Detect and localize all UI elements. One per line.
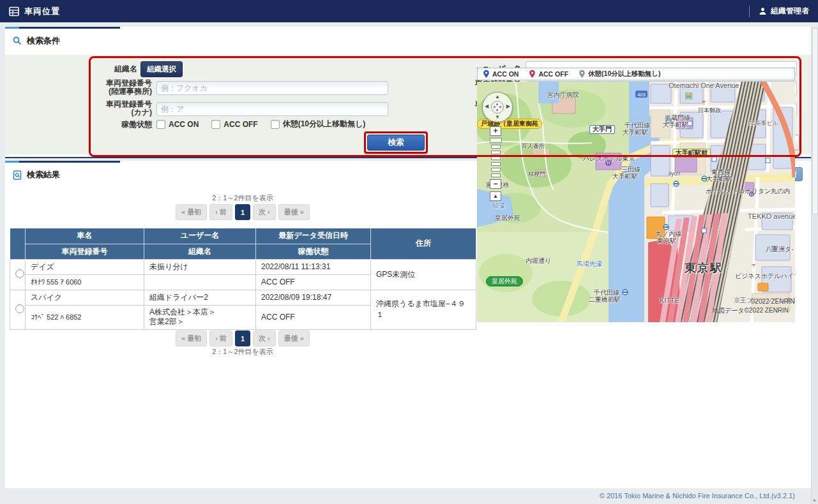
map-zoom-control[interactable]: + − ▲ xyxy=(487,126,504,201)
checkbox-acc-on[interactable]: ACC ON xyxy=(156,120,199,129)
checkbox-rest[interactable]: 休憩(10分以上移動無し) xyxy=(271,119,366,130)
cell-received: 2022/08/11 11:13:31 xyxy=(256,259,371,274)
vehicle-location-page: 車両位置 組織管理者 検索条件 組織名 組織選択 車両登録番号 (陸運事務所) … xyxy=(0,0,818,504)
checkbox-acc-off[interactable]: ACC OFF xyxy=(211,120,257,129)
zoom-out-button[interactable]: − xyxy=(490,179,501,189)
svg-text:〒: 〒 xyxy=(752,263,757,269)
vertical-scrollbar[interactable]: ▼ xyxy=(811,27,818,504)
map-label: Otemachi One Avenue xyxy=(669,82,739,89)
map-legend: ACC ON ACC OFF 休憩(10分以上移動無し) xyxy=(477,68,795,80)
map-pan-control[interactable]: ▲ ▼ ◀ ▶ xyxy=(482,92,513,122)
map-label: 大手町駅 xyxy=(663,122,688,128)
cell-vehicle: スパイク xyxy=(26,290,144,305)
zoom-tick[interactable] xyxy=(491,145,501,149)
map-label: 皇居外苑 xyxy=(495,215,520,221)
map-label: 二重橋前駅 xyxy=(589,297,621,303)
rest-label: 休憩(10分以上移動無し) xyxy=(283,119,366,130)
page-last-button[interactable]: 最後 » xyxy=(278,330,310,346)
legend-acc-off-label: ACC OFF xyxy=(538,70,568,78)
top-header-bar: 車両位置 組織管理者 xyxy=(0,0,818,22)
org-select-button[interactable]: 組織選択 xyxy=(140,61,183,77)
user-menu[interactable]: 組織管理者 xyxy=(749,6,809,17)
pan-up-arrow[interactable]: ▲ xyxy=(495,94,500,100)
search-button[interactable]: 検索 xyxy=(367,135,425,151)
zoom-tick[interactable] xyxy=(491,174,501,177)
rest-checkbox[interactable] xyxy=(271,120,280,129)
zoom-tick[interactable] xyxy=(491,151,501,154)
pan-right-arrow[interactable]: ▶ xyxy=(506,104,510,109)
map-label: 東京駅 xyxy=(685,262,723,274)
page-1-button[interactable]: 1 xyxy=(235,330,250,346)
reg-office-input[interactable] xyxy=(156,81,388,95)
col-address: 住所 xyxy=(371,228,476,259)
scrollbar-thumb[interactable] xyxy=(812,28,818,214)
map-label: 大手門 xyxy=(589,125,615,134)
vehicle-radio-1[interactable] xyxy=(15,269,24,278)
map-label: iiyo!! xyxy=(669,171,681,177)
acc-off-checkbox[interactable] xyxy=(211,120,220,129)
reg-kana-label: 車両登録番号 (カナ) xyxy=(69,100,152,117)
org-name-label: 組織名 xyxy=(69,65,137,73)
page-title: 車両位置 xyxy=(24,6,60,17)
pagination-top: « 最初 ‹ 前 1 次 › 最後 » xyxy=(10,204,476,220)
pan-center[interactable] xyxy=(491,101,504,114)
map-label: 内堀通り xyxy=(526,258,551,264)
zoom-slider-handle[interactable] xyxy=(490,138,502,143)
pan-down-arrow[interactable]: ▼ xyxy=(495,115,500,120)
map-label: ©2022 ZENRIN xyxy=(750,299,795,305)
map-label: 八重洲タ- xyxy=(766,246,794,253)
copyright-text: © 2016 Tokio Marine & Nichido Fire Insur… xyxy=(600,492,795,500)
reg-kana-input[interactable] xyxy=(156,102,388,116)
page-1-button[interactable]: 1 xyxy=(235,204,250,220)
map-label: FE商事ビル xyxy=(748,121,778,126)
page-first-button[interactable]: « 最初 xyxy=(176,330,207,346)
map-label: 大手町駅 xyxy=(623,130,648,136)
map-label: 皇居外苑 xyxy=(486,276,523,286)
user-icon xyxy=(759,7,767,15)
legend-rest-label: 休憩(10分以上移動無し) xyxy=(588,70,660,78)
search-results-title: 検索結果 xyxy=(13,169,60,181)
pan-left-arrow[interactable]: ◀ xyxy=(485,104,489,109)
search-results-label: 検索結果 xyxy=(27,169,60,181)
vehicle-radio-2[interactable] xyxy=(15,304,24,313)
map-canvas[interactable]: 403 〒 〒 H H xyxy=(477,82,795,322)
zoom-tick[interactable] xyxy=(491,168,501,172)
vehicle-list-icon xyxy=(9,6,19,17)
acc-on-checkbox[interactable] xyxy=(156,120,165,129)
cell-org xyxy=(144,274,256,290)
map-label: KITTE xyxy=(660,297,679,304)
map-label: パレスホテル東京 xyxy=(583,156,635,162)
legend-acc-on-label: ACC ON xyxy=(492,70,519,78)
map-label: ビジネスホテルハイマ xyxy=(735,273,795,279)
result-count-top: 2：1～2件目を表示 xyxy=(10,193,476,203)
page-prev-button[interactable]: ‹ 前 xyxy=(209,330,232,346)
pagination-bottom: « 最初 ‹ 前 1 次 › 最後 » xyxy=(10,330,476,346)
zoom-in-button[interactable]: + xyxy=(490,126,501,136)
col-received: 最新データ受信日時 xyxy=(256,228,371,244)
cell-reg: ｵｷﾅﾜ 555 ｱ 6060 xyxy=(26,274,144,290)
cell-status: ACC OFF xyxy=(256,305,371,329)
status-checkbox-row: ACC ON ACC OFF 休憩(10分以上移動無し) xyxy=(156,119,365,130)
page-first-button[interactable]: « 最初 xyxy=(176,204,207,220)
page-next-button[interactable]: 次 › xyxy=(253,204,276,220)
acc-on-label: ACC ON xyxy=(169,120,199,129)
page-next-button[interactable]: 次 › xyxy=(253,330,276,346)
scrollbar-down-arrow[interactable]: ▼ xyxy=(812,498,817,503)
map-extra-button[interactable]: ▲ xyxy=(490,191,501,201)
cell-address: GPS未測位 xyxy=(371,259,476,290)
results-table: 車名 ユーザー名 最新データ受信日時 住所 車両登録番号 組織名 稼働状態 デイ… xyxy=(10,228,476,330)
cell-received: 2022/08/09 19:18:47 xyxy=(256,290,371,305)
page-last-button[interactable]: 最後 » xyxy=(278,204,310,220)
map-label: 千代田線 xyxy=(625,122,650,129)
map-label: 半蔵門線 xyxy=(665,115,690,121)
search-conditions-label: 検索条件 xyxy=(27,35,60,47)
results-document-icon xyxy=(13,170,22,180)
map-label: 大手町駅 xyxy=(612,174,638,180)
map-label: 日本郵政 xyxy=(698,108,721,114)
zoom-tick[interactable] xyxy=(491,162,501,166)
zoom-tick[interactable] xyxy=(491,156,501,160)
page-prev-button[interactable]: ‹ 前 xyxy=(209,204,232,220)
cell-user: 未振り分け xyxy=(144,259,256,274)
map-label: 桔梗門 xyxy=(528,172,545,177)
map-label: 地図データ©2022 ZENRIN xyxy=(712,308,789,314)
